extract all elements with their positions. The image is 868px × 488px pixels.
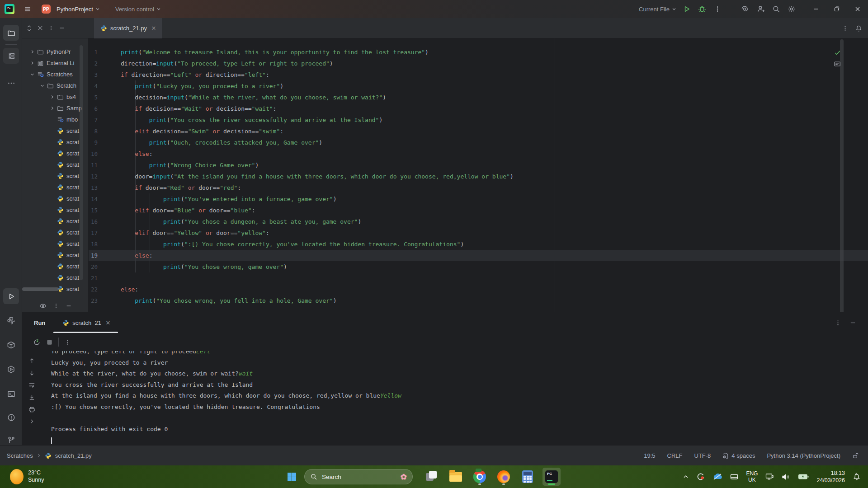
code-with-me-user-icon[interactable] [753, 3, 769, 15]
recorder-tray-icon[interactable] [697, 473, 705, 481]
volume-tray-icon[interactable] [782, 473, 790, 481]
window-close-button[interactable] [847, 0, 868, 18]
run-toolbar-kebab-icon[interactable] [64, 339, 71, 346]
python-console-tool-icon[interactable] [3, 313, 19, 328]
unlock-icon[interactable] [852, 452, 859, 459]
project-tool-icon[interactable] [3, 25, 19, 41]
breadcrumb-file[interactable]: scratch_21.py [55, 452, 92, 459]
tree-item-scrat[interactable]: scrat [22, 159, 89, 170]
tree-item-pythonpr[interactable]: PythonPr [22, 46, 89, 57]
weather-widget[interactable]: 23°C Sunny [0, 469, 90, 484]
rerun-button[interactable] [33, 338, 41, 346]
more-actions-kebab-icon[interactable] [710, 3, 725, 15]
start-button[interactable] [283, 468, 301, 486]
vcs-widget[interactable]: Version control [113, 3, 164, 15]
tree-item-scratch[interactable]: Scratch [22, 80, 89, 91]
battery-tray-icon[interactable] [798, 473, 809, 480]
notifications-bell-icon[interactable] [855, 24, 863, 32]
settings-gear-icon[interactable] [784, 3, 799, 15]
code-vision-icon[interactable] [834, 61, 841, 68]
project-options-kebab-icon[interactable] [48, 25, 54, 31]
line-ending-widget[interactable]: CRLF [667, 452, 683, 459]
chevron-down-icon[interactable] [38, 83, 46, 88]
scroll-down-icon[interactable] [28, 370, 35, 376]
caret-position-widget[interactable]: 19:5 [644, 452, 655, 459]
tree-item-scrat[interactable]: scrat [22, 136, 89, 148]
expand-collapse-icon[interactable] [26, 25, 33, 32]
taskbar-search-input[interactable]: Search ✿ [304, 469, 413, 484]
preview-eye-icon[interactable] [39, 302, 47, 310]
clock-widget[interactable]: 18:13 24/03/2026 [816, 469, 845, 484]
main-menu-hamburger-icon[interactable] [20, 3, 35, 15]
stop-button[interactable] [46, 339, 53, 346]
tree-item-scrat[interactable]: scrat [22, 204, 89, 216]
scroll-to-end-icon[interactable] [28, 394, 35, 401]
tree-item-scrat[interactable]: scrat [22, 272, 89, 283]
tree-item-scrat[interactable]: scrat [22, 238, 89, 249]
language-indicator[interactable]: ENGUK [746, 470, 758, 483]
search-everywhere-icon[interactable] [769, 3, 784, 15]
tree-item-scrat[interactable]: scrat [22, 227, 89, 238]
inspections-ok-check-icon[interactable] [834, 49, 841, 56]
project-selector[interactable]: PythonProject [54, 3, 103, 15]
tree-item-bs4[interactable]: bs4 [22, 91, 89, 103]
expand-console-chevron-icon[interactable] [29, 418, 35, 424]
scroll-up-icon[interactable] [28, 357, 35, 364]
file-explorer-icon[interactable] [447, 468, 465, 486]
run-tab-close-icon[interactable]: ✕ [104, 319, 112, 326]
notifications-bell-zz-icon[interactable] [853, 473, 861, 481]
tree-item-scrat[interactable]: scrat [22, 261, 89, 272]
structure-tool-icon[interactable] [3, 48, 19, 64]
services-tool-icon[interactable] [3, 361, 19, 377]
run-tab-scratch21[interactable]: scratch_21 ✕ [59, 312, 115, 333]
run-button[interactable] [679, 3, 694, 15]
tree-item-samp[interactable]: Samp [22, 103, 89, 114]
pycharm-taskbar-icon[interactable]: PC [542, 468, 561, 486]
console-output[interactable]: To proceed, type Left or right to procee… [51, 351, 820, 446]
soft-wrap-icon[interactable] [28, 382, 35, 389]
tree-item-external li[interactable]: External Li [22, 57, 89, 69]
hide-panel-icon[interactable] [59, 25, 65, 31]
chevron-right-icon[interactable] [28, 49, 36, 54]
debug-button[interactable] [694, 3, 710, 15]
more-tool-windows-icon[interactable] [3, 75, 19, 91]
window-restore-button[interactable] [826, 0, 847, 18]
tree-item-scrat[interactable]: scrat [22, 249, 89, 261]
run-tool-icon[interactable] [3, 288, 19, 304]
ai-assistant-icon[interactable] [738, 3, 753, 15]
firefox-icon[interactable] [495, 468, 513, 486]
hidden-icons-caret[interactable] [683, 474, 689, 480]
chevron-right-icon[interactable] [48, 94, 56, 99]
tab-options-kebab-icon[interactable] [842, 25, 849, 32]
editor-scrollbar[interactable] [840, 39, 844, 312]
tree-item-scratches[interactable]: Scratches [22, 69, 89, 80]
encoding-widget[interactable]: UTF-8 [694, 452, 711, 459]
chevron-right-icon[interactable] [28, 61, 36, 66]
indent-widget[interactable]: 4 spaces [722, 452, 755, 459]
tree-item-scrat[interactable]: scrat [22, 170, 89, 182]
tree-item-scrat[interactable]: scrat [22, 148, 89, 159]
terminal-tool-icon[interactable] [3, 386, 19, 402]
python-packages-tool-icon[interactable] [3, 337, 19, 353]
collapse-all-icon[interactable] [37, 25, 43, 31]
chevron-down-icon[interactable] [28, 72, 36, 77]
run-options-kebab-icon[interactable] [835, 319, 841, 326]
code-editor[interactable]: 1234567891011121314151617181920212223 pr… [89, 38, 868, 312]
calculator-icon[interactable] [519, 468, 537, 486]
tree-item-scrat[interactable]: scrat [22, 193, 89, 204]
print-icon[interactable] [28, 406, 35, 413]
run-configuration-selector[interactable]: Current File [636, 3, 679, 15]
network-display-tray-icon[interactable] [765, 473, 774, 481]
run-hide-icon[interactable] [849, 319, 856, 326]
footer-hide-icon[interactable] [66, 303, 72, 309]
chevron-right-icon[interactable] [48, 106, 56, 111]
onedrive-tray-icon[interactable] [712, 473, 722, 480]
tree-item-scrat[interactable]: scrat [22, 182, 89, 193]
editor-tab-scratch21[interactable]: scratch_21.py ✕ [94, 18, 162, 38]
tree-item-scrat[interactable]: scrat [22, 125, 89, 136]
breadcrumb-root[interactable]: Scratches [7, 452, 33, 459]
footer-kebab-icon[interactable] [53, 303, 59, 309]
tree-vertical-scrollbar[interactable] [80, 45, 83, 280]
touch-keyboard-tray-icon[interactable] [730, 473, 738, 480]
tree-item-mbo[interactable]: mbo [22, 114, 89, 125]
